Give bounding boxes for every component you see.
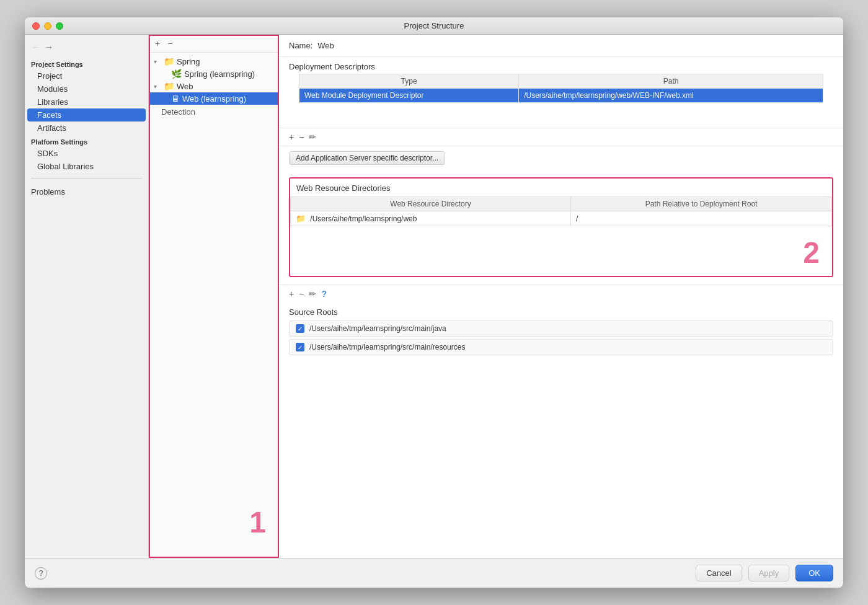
help-button[interactable]: ?: [35, 567, 47, 580]
web-resource-empty-space: [290, 226, 832, 276]
web-resource-path-cell: /: [571, 211, 832, 226]
add-descriptor-row: Add Application Server specific descript…: [279, 146, 843, 170]
sidebar-item-global-libraries[interactable]: Global Libraries: [25, 160, 148, 173]
deployment-table: Type Path Web Module Deployment Descript…: [299, 74, 823, 103]
sidebar-divider: [31, 178, 142, 179]
center-panel: + − ▾ 📁 Spring 🌿 Spring (learnspring): [149, 35, 279, 558]
source-roots-toolbar: + − ✏ ?: [279, 285, 843, 302]
maximize-button[interactable]: [56, 22, 63, 30]
add-descriptor-button[interactable]: +: [289, 132, 294, 142]
project-settings-label: Project Settings: [25, 57, 148, 69]
sidebar-item-sdks[interactable]: SDKs: [25, 147, 148, 160]
tree-item-web-learnspring[interactable]: 🖥 Web (learnspring): [149, 92, 278, 105]
name-value: Web: [317, 41, 334, 50]
detection-label[interactable]: Detection: [149, 105, 278, 119]
facets-tree: ▾ 📁 Spring 🌿 Spring (learnspring) ▾ 📁 We…: [149, 53, 278, 558]
web-resource-dir-header: Web Resource Directory: [291, 197, 571, 211]
deployment-toolbar: + − ✏: [279, 128, 843, 146]
sidebar-item-artifacts[interactable]: Artifacts: [25, 121, 148, 135]
nav-forward-icon[interactable]: →: [45, 42, 53, 52]
edit-source-root-button[interactable]: ✏: [309, 289, 316, 299]
tree-item-spring[interactable]: ▾ 📁 Spring: [149, 55, 278, 68]
annotation-2: 2: [803, 236, 820, 270]
table-row[interactable]: 📁 /Users/aihe/tmp/learnspring/web /: [291, 211, 832, 226]
web-facet-icon: 🖥: [171, 94, 180, 104]
add-facet-button[interactable]: +: [154, 38, 161, 48]
table-row[interactable]: Web Module Deployment Descriptor /Users/…: [299, 89, 823, 103]
add-app-server-descriptor-button[interactable]: Add Application Server specific descript…: [289, 151, 445, 165]
toggle-web-icon: ▾: [154, 83, 161, 90]
traffic-lights: [32, 22, 63, 30]
sidebar-item-facets[interactable]: Facets: [27, 108, 146, 121]
minimize-button[interactable]: [44, 22, 51, 30]
type-column-header: Type: [299, 74, 519, 89]
remove-descriptor-button[interactable]: −: [299, 132, 304, 142]
bottom-right: Cancel Apply OK: [696, 565, 833, 581]
sidebar-item-project[interactable]: Project: [25, 69, 148, 82]
path-column-header: Path: [519, 74, 823, 89]
folder-icon: 📁: [296, 214, 306, 223]
empty-space-1: [279, 103, 843, 128]
web-resource-path-header: Path Relative to Deployment Root: [571, 197, 832, 211]
nav-arrows: ← →: [25, 40, 148, 57]
titlebar: Project Structure: [25, 17, 843, 35]
project-structure-window: Project Structure ← → Project Settings P…: [25, 17, 843, 588]
remove-source-root-button[interactable]: −: [299, 289, 304, 299]
edit-descriptor-button[interactable]: ✏: [309, 132, 316, 142]
sidebar-item-modules[interactable]: Modules: [25, 82, 148, 95]
tree-item-web[interactable]: ▾ 📁 Web: [149, 80, 278, 92]
detail-header: Name: Web: [279, 35, 843, 57]
source-roots-title: Source Roots: [289, 307, 833, 320]
add-source-root-button[interactable]: +: [289, 289, 294, 299]
sidebar: ← → Project Settings Project Modules Lib…: [25, 35, 149, 558]
toggle-spring-icon: ▾: [154, 58, 161, 65]
main-content: ← → Project Settings Project Modules Lib…: [25, 35, 843, 558]
bottom-left: ?: [35, 567, 47, 580]
descriptor-type: Web Module Deployment Descriptor: [299, 89, 519, 103]
tree-label-web-learnspring: Web (learnspring): [182, 94, 246, 104]
source-root-path-2: /Users/aihe/tmp/learnspring/src/main/res…: [309, 343, 465, 351]
sidebar-item-problems[interactable]: Problems: [25, 183, 148, 200]
platform-settings-label: Platform Settings: [25, 135, 148, 147]
name-label: Name:: [289, 41, 312, 50]
center-toolbar: + −: [149, 35, 278, 53]
web-resource-table: Web Resource Directory Path Relative to …: [290, 197, 832, 226]
ok-button[interactable]: OK: [795, 565, 833, 581]
detail-panel: Name: Web Deployment Descriptors Type Pa…: [279, 35, 843, 558]
spring-folder-icon: 📁: [164, 56, 174, 66]
source-roots-section: Source Roots ✓ /Users/aihe/tmp/learnspri…: [279, 302, 843, 363]
web-resource-dir-cell: 📁 /Users/aihe/tmp/learnspring/web: [291, 211, 571, 226]
tree-label-spring-learnspring: Spring (learnspring): [184, 69, 255, 79]
help-source-root-button[interactable]: ?: [321, 289, 327, 299]
tree-label-web: Web: [177, 82, 193, 91]
web-resource-section: Web Resource Directories Web Resource Di…: [289, 177, 833, 277]
deployment-table-container: Type Path Web Module Deployment Descript…: [279, 74, 843, 103]
apply-button[interactable]: Apply: [748, 565, 790, 581]
window-title: Project Structure: [404, 21, 464, 30]
web-resource-title: Web Resource Directories: [290, 179, 832, 197]
bottom-bar: ? Cancel Apply OK: [25, 558, 843, 588]
checkbox-resources-src[interactable]: ✓: [296, 343, 304, 351]
annotation-1: 1: [249, 505, 266, 539]
deployment-descriptors-title: Deployment Descriptors: [279, 57, 843, 74]
remove-facet-button[interactable]: −: [166, 38, 174, 48]
cancel-button[interactable]: Cancel: [696, 565, 742, 581]
checkbox-java-src[interactable]: ✓: [296, 324, 304, 333]
descriptor-path: /Users/aihe/tmp/learnspring/web/WEB-INF/…: [519, 89, 823, 103]
spring-leaf-icon: 🌿: [171, 69, 182, 79]
tree-item-spring-learnspring[interactable]: 🌿 Spring (learnspring): [149, 68, 278, 80]
web-folder-icon: 📁: [164, 81, 174, 91]
source-root-item-1[interactable]: ✓ /Users/aihe/tmp/learnspring/src/main/j…: [289, 320, 833, 337]
close-button[interactable]: [32, 22, 40, 30]
tree-label-spring: Spring: [177, 57, 200, 66]
sidebar-item-libraries[interactable]: Libraries: [25, 95, 148, 108]
source-root-item-2[interactable]: ✓ /Users/aihe/tmp/learnspring/src/main/r…: [289, 339, 833, 355]
nav-back-icon[interactable]: ←: [31, 42, 40, 52]
source-root-path-1: /Users/aihe/tmp/learnspring/src/main/jav…: [309, 324, 446, 333]
